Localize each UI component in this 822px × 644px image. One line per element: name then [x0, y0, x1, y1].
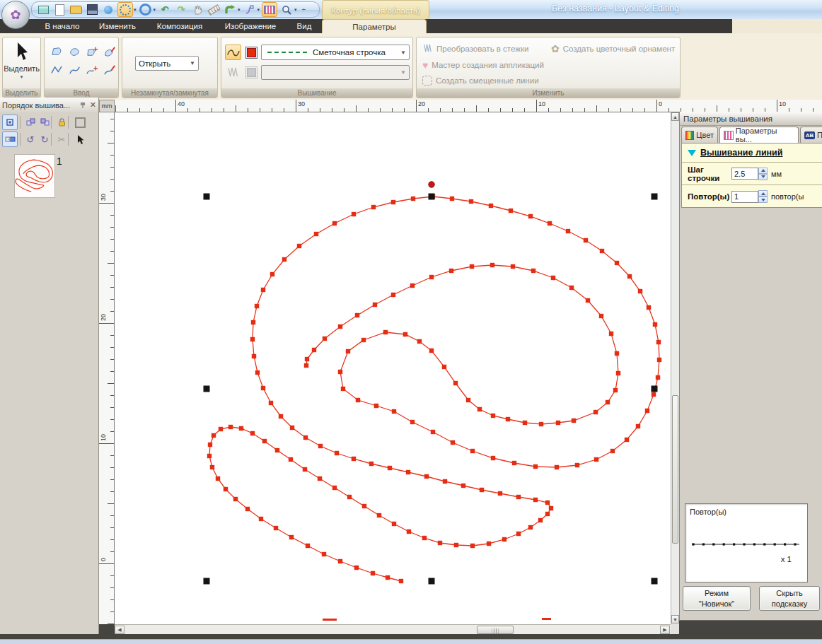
stitch-params-icon: [724, 131, 734, 140]
tab-vid[interactable]: Вид: [289, 19, 320, 33]
heart-icon: ♥: [422, 59, 428, 71]
stitch-length-input[interactable]: 2.5: [731, 168, 758, 180]
new-document-icon[interactable]: [52, 3, 66, 16]
preview-title: Повтор(ы): [690, 508, 727, 516]
resequence-color-icon[interactable]: [2, 131, 18, 147]
tab-color[interactable]: Цвет: [681, 127, 718, 143]
tab-v-nachalo[interactable]: В начало: [34, 19, 91, 33]
tab-izmenit[interactable]: Изменить: [92, 19, 143, 33]
group-modify: Преобразовать в стежки ✿ Создать цветочн…: [416, 37, 681, 98]
fill-stitch-dropdown-disabled[interactable]: ▼: [261, 65, 410, 80]
select-arrow-icon[interactable]: [72, 131, 88, 147]
zoom-dropdown[interactable]: ▾: [294, 7, 297, 13]
select-tool-button[interactable]: [14, 42, 30, 62]
repeats-stepper[interactable]: [758, 190, 768, 203]
horizontal-scroll-thumb[interactable]: [477, 626, 514, 634]
closed-shape-plus-tool[interactable]: [84, 44, 100, 59]
circle-outline-dropdown[interactable]: ▾: [154, 7, 156, 13]
scroll-down-icon[interactable]: ▼: [671, 615, 679, 623]
group-input: Ввод: [44, 37, 119, 98]
stitch-order-header: Порядок вышива... ✕: [0, 98, 98, 112]
tab-stitch-parameters[interactable]: Параметры вы...: [719, 127, 799, 143]
tab-kompozitsiya[interactable]: Композиция: [147, 19, 212, 33]
fill-thread-color-button[interactable]: [243, 64, 260, 80]
canvas-vertical-scrollbar[interactable]: ▲ ▼: [671, 112, 679, 624]
line-stitch-type-button[interactable]: [225, 45, 241, 60]
circle-fill-icon[interactable]: [101, 3, 115, 16]
stitch-order-panel: Порядок вышива... ✕ ↺ ↻ ✂: [0, 98, 99, 634]
scroll-left-icon[interactable]: ◀: [115, 626, 125, 634]
fill-stitch-type-button[interactable]: [225, 64, 241, 80]
svg-text:40: 40: [178, 100, 185, 107]
offset-outline-icon: [422, 76, 432, 86]
move-back-icon[interactable]: [23, 115, 38, 130]
pin-icon[interactable]: [80, 102, 86, 109]
stitch-object-thumbnail[interactable]: [14, 154, 55, 198]
open-brush-tool[interactable]: [102, 62, 118, 78]
fit-selection-icon[interactable]: [2, 115, 18, 130]
move-forward-icon[interactable]: [37, 115, 52, 130]
scroll-up-icon[interactable]: ▲: [671, 112, 679, 121]
open-folder-icon[interactable]: [69, 3, 83, 16]
section-header-row[interactable]: Вышивание линий: [682, 144, 822, 162]
undo-icon[interactable]: ↶: [158, 3, 172, 16]
scroll-right-icon[interactable]: ▶: [660, 626, 670, 634]
tab-stitch-parameters-label: Параметры вы...: [736, 127, 794, 144]
closed-curve-tool[interactable]: [66, 44, 83, 59]
create-offset-lines-item[interactable]: Создать смещенные линии: [422, 76, 539, 86]
rotate-cw-icon[interactable]: ↻: [37, 131, 52, 147]
curve-node-dropdown[interactable]: ▾: [257, 7, 260, 13]
closed-shape-tool[interactable]: [49, 44, 65, 59]
select-dropdown-caret[interactable]: ▾: [21, 74, 23, 80]
app-menu-button[interactable]: ✿: [1, 1, 30, 29]
redo-icon[interactable]: ↷: [174, 3, 188, 16]
measure-ruler-icon[interactable]: [207, 3, 221, 16]
open-curve-plus-tool[interactable]: [84, 62, 100, 78]
thread-spool-gray-icon: [245, 66, 257, 78]
hoop-arrow-dropdown[interactable]: ▾: [238, 7, 241, 13]
pan-hand-icon[interactable]: [190, 3, 204, 16]
open-curve-tool[interactable]: [66, 62, 83, 78]
zoom-icon[interactable]: [279, 3, 294, 16]
convert-to-stitches-item[interactable]: Преобразовать в стежки: [422, 43, 528, 54]
design-canvas[interactable]: [115, 112, 671, 624]
tab-izobrazhenie[interactable]: Изображение: [216, 19, 284, 33]
svg-text:0: 0: [659, 100, 662, 107]
design-window-icon[interactable]: [36, 3, 50, 16]
repeats-input[interactable]: 1: [731, 191, 758, 203]
contextual-document-tab[interactable]: Контур (линия/область): [322, 0, 429, 20]
applique-wizard-item[interactable]: ♥ Мастер создания аппликаций: [422, 59, 544, 71]
group-stitching-caption: Вышивание: [221, 88, 412, 98]
stitch-file-icon[interactable]: [262, 2, 277, 17]
horizontal-ruler: 40302010010: [115, 100, 822, 112]
curve-node-icon[interactable]: [243, 3, 257, 16]
hoop-arrow-icon[interactable]: [223, 3, 237, 16]
tab-lettering[interactable]: АВ Па: [800, 127, 822, 143]
canvas-horizontal-scrollbar[interactable]: ◀ ▶: [115, 624, 671, 634]
svg-text:20: 20: [100, 314, 107, 321]
close-icon[interactable]: ✕: [90, 100, 96, 110]
cut-icon[interactable]: ✂: [54, 131, 69, 147]
rotate-ccw-icon[interactable]: ↺: [23, 131, 38, 147]
hoop-icon[interactable]: [72, 115, 88, 130]
stitch-swirl-icon[interactable]: [117, 2, 133, 17]
closed-brush-tool[interactable]: [102, 44, 118, 59]
open-line-tool[interactable]: [49, 62, 65, 78]
stitch-swirl-dropdown[interactable]: ▾: [134, 7, 137, 13]
line-thread-color-button[interactable]: [243, 45, 260, 60]
create-floral-ornament-item[interactable]: ✿ Создать цветочный орнамент: [551, 43, 675, 54]
open-closed-value: Открыть: [139, 59, 170, 68]
circle-outline-icon[interactable]: [139, 3, 153, 16]
hide-hint-button[interactable]: Скрыть подсказку: [759, 586, 820, 611]
open-closed-dropdown[interactable]: Открыть ▼: [135, 56, 199, 71]
novice-mode-button[interactable]: Режим "Новичок": [683, 586, 751, 611]
vertical-scroll-thumb[interactable]: [672, 395, 678, 544]
lock-icon[interactable]: [54, 115, 69, 130]
repeats-unit: повтор(ы: [771, 192, 804, 201]
toolbar-overflow-icon[interactable]: ÷: [302, 6, 306, 13]
line-stitch-dropdown[interactable]: Сметочная строчка ▼: [261, 45, 410, 60]
vertical-ruler: 3020100: [99, 112, 115, 624]
stitch-length-stepper[interactable]: [758, 168, 768, 180]
tab-parametry-active[interactable]: Параметры: [322, 19, 427, 33]
save-icon[interactable]: [85, 3, 99, 16]
